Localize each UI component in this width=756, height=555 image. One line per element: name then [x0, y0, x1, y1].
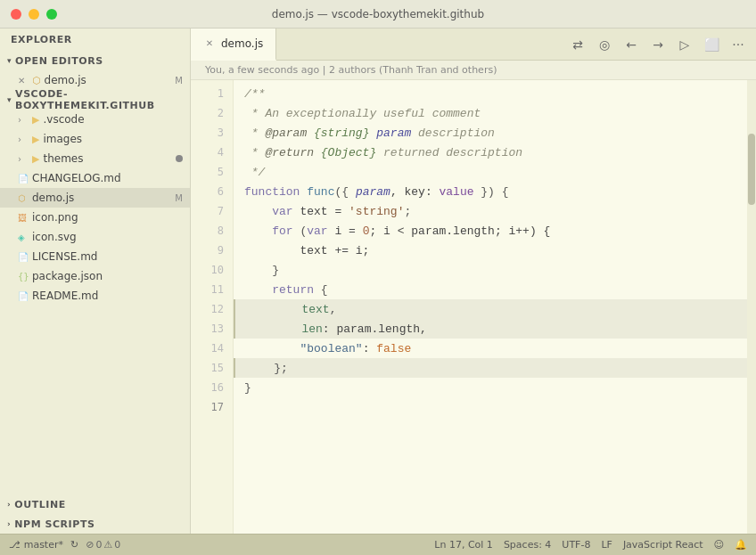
- open-file-demo-js[interactable]: ✕ ⬡ demo.js M: [0, 70, 190, 90]
- close-icon[interactable]: ✕: [18, 76, 32, 86]
- token: text += i;: [244, 244, 369, 257]
- png-icon: 🖼: [18, 213, 32, 223]
- bell-item[interactable]: 🔔: [735, 539, 747, 551]
- line-num-15: 15: [191, 358, 233, 378]
- language-label: JavaScript React: [623, 539, 703, 551]
- encoding-item[interactable]: UTF-8: [562, 539, 590, 551]
- code-line-13: len: param.length,: [234, 319, 747, 339]
- js-icon: ⬡: [18, 193, 32, 203]
- code-line-12: text,: [234, 299, 747, 319]
- token: [244, 205, 272, 218]
- warnings-errors[interactable]: ⊘ 0 ⚠ 0: [86, 539, 120, 551]
- status-bar: ⎇ master* ↻ ⊘ 0 ⚠ 0 Ln 17, Col 1 Spaces:…: [0, 534, 756, 555]
- status-right: Ln 17, Col 1 Spaces: 4 UTF-8 LF JavaScri…: [434, 539, 747, 551]
- token: var: [272, 205, 292, 218]
- open-editors-section[interactable]: ▾ OPEN EDITORS: [0, 51, 190, 70]
- minimize-button[interactable]: [29, 9, 39, 20]
- modified-badge-m: M: [175, 193, 183, 203]
- sidebar-item-demo-js[interactable]: ⬡ demo.js M: [0, 188, 190, 208]
- error-icon: ⊘: [86, 539, 94, 551]
- line-ending-item[interactable]: LF: [601, 539, 612, 551]
- spaces-item[interactable]: Spaces: 4: [504, 539, 551, 551]
- tab-label: demo.js: [221, 37, 263, 50]
- line-num-2: 2: [191, 103, 233, 123]
- line-num-8: 8: [191, 221, 233, 241]
- navigate-back-button[interactable]: ←: [620, 34, 642, 55]
- md-file-icon: 📄: [18, 174, 32, 184]
- chevron-right-icon: ›: [18, 115, 32, 125]
- sidebar-item-icon-svg[interactable]: ◈ icon.svg: [0, 227, 190, 247]
- code-line-5: */: [234, 162, 747, 182]
- line-num-10: 10: [191, 260, 233, 280]
- folder-label: themes: [43, 152, 176, 165]
- md-icon: 📄: [18, 252, 32, 262]
- token: param: [376, 127, 411, 140]
- code-line-7: var text = 'string';: [234, 201, 747, 221]
- token: description: [411, 127, 495, 140]
- chevron-down-icon: ▾: [7, 56, 12, 65]
- token: {Object}: [314, 146, 383, 159]
- sidebar-item-license[interactable]: 📄 LICENSE.md: [0, 247, 190, 266]
- token: param: [356, 185, 390, 199]
- folder-icon: ▶: [32, 134, 39, 145]
- title-bar: demo.js — vscode-boxythemekit.github: [0, 0, 756, 29]
- code-line-9: text += i;: [234, 241, 747, 260]
- split-right-button[interactable]: ⬜: [701, 34, 722, 55]
- line-num-11: 11: [191, 280, 233, 299]
- smiley-item[interactable]: ☺: [714, 539, 724, 551]
- sidebar-item-vscode[interactable]: › ▶ .vscode: [0, 110, 190, 129]
- line-num-16: 16: [191, 378, 233, 397]
- line-num-14: 14: [191, 339, 233, 358]
- token: [244, 342, 300, 355]
- token: */: [244, 166, 265, 179]
- close-button[interactable]: [11, 9, 21, 20]
- split-editor-button[interactable]: ⇄: [567, 34, 588, 55]
- code-line-15: };: [234, 358, 747, 378]
- navigate-forward-button[interactable]: →: [647, 34, 669, 55]
- chevron-right-icon: ›: [18, 135, 32, 144]
- sidebar-item-images[interactable]: › ▶ images: [0, 129, 190, 149]
- editor-area: ✕ demo.js ⇄ ◎ ← → ▷ ⬜ ··· You, a few sec…: [191, 29, 756, 534]
- blame-text: You, a few seconds ago | 2 authors (Than…: [205, 64, 497, 76]
- code-line-17: [234, 397, 747, 417]
- token: text: [301, 303, 329, 316]
- warning-icon: ⚠: [103, 539, 112, 551]
- folder-icon: ▶: [32, 114, 39, 126]
- sidebar-item-readme[interactable]: 📄 README.md: [0, 286, 190, 306]
- token: *: [244, 127, 265, 140]
- language-item[interactable]: JavaScript React: [623, 539, 703, 551]
- token: len: [301, 322, 322, 336]
- line-num-13: 13: [191, 319, 233, 339]
- git-branch-item[interactable]: ⎇ master*: [9, 539, 63, 551]
- token: ({: [334, 185, 349, 199]
- follow-cursor-button[interactable]: ◎: [594, 34, 615, 55]
- sidebar-item-icon-png[interactable]: 🖼 icon.png: [0, 208, 190, 227]
- code-content[interactable]: /** * An exceptionally useful comment * …: [234, 80, 747, 534]
- token: {string}: [307, 127, 376, 140]
- token: i =: [328, 224, 363, 238]
- outline-section[interactable]: › OUTLINE: [0, 494, 190, 514]
- token: ,: [330, 303, 337, 316]
- token: text =: [293, 205, 349, 218]
- window-controls[interactable]: [11, 9, 57, 20]
- sidebar-item-changelog[interactable]: 📄 CHANGELOG.md: [0, 168, 190, 188]
- code-editor[interactable]: 1 2 3 4 5 6 7 8 9 10 11 12 13 14 15 16 1…: [191, 80, 756, 534]
- sidebar-item-themes[interactable]: › ▶ themes: [0, 149, 190, 168]
- line-col-item[interactable]: Ln 17, Col 1: [434, 539, 493, 551]
- scrollbar-thumb[interactable]: [748, 134, 755, 205]
- tab-demo-js[interactable]: ✕ demo.js: [191, 29, 276, 61]
- more-actions-button[interactable]: ···: [727, 34, 749, 55]
- sidebar: EXPLORER ▾ OPEN EDITORS ✕ ⬡ demo.js M ▾ …: [0, 29, 191, 534]
- token: [244, 283, 272, 297]
- token: }) {: [474, 185, 509, 199]
- sync-button[interactable]: ↻: [70, 539, 78, 551]
- open-preview-button[interactable]: ▷: [674, 34, 695, 55]
- open-editors-label: OPEN EDITORS: [15, 55, 103, 67]
- tab-close-icon[interactable]: ✕: [203, 37, 216, 50]
- root-folder-section[interactable]: ▾ VSCODE-BOXYTHEMEKIT.GITHUB: [0, 90, 190, 110]
- sidebar-item-package-json[interactable]: {} package.json: [0, 266, 190, 286]
- maximize-button[interactable]: [46, 9, 57, 20]
- scrollbar-track[interactable]: [747, 80, 756, 534]
- explorer-header[interactable]: EXPLORER: [0, 29, 190, 51]
- npm-scripts-section[interactable]: › NPM SCRIPTS: [0, 514, 190, 534]
